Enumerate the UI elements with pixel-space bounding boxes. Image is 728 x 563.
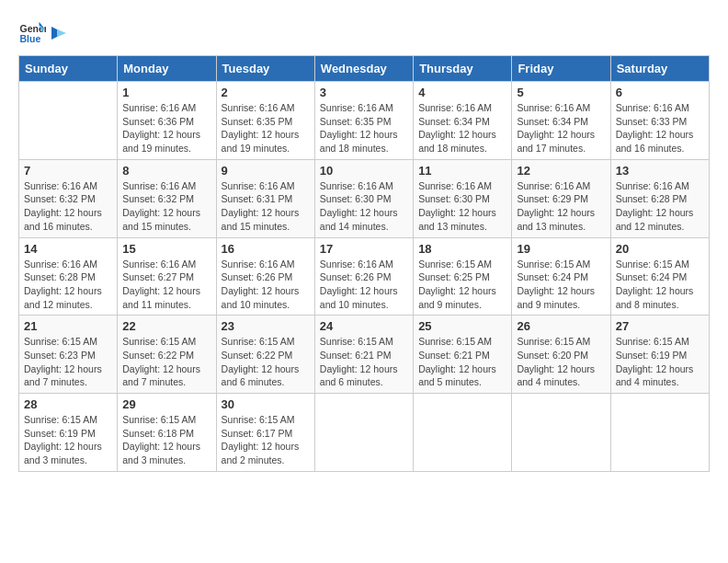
day-cell: 21Sunrise: 6:15 AM Sunset: 6:23 PM Dayli… bbox=[19, 316, 118, 394]
day-number: 24 bbox=[320, 319, 408, 333]
day-cell: 18Sunrise: 6:15 AM Sunset: 6:25 PM Dayli… bbox=[414, 237, 512, 316]
day-number: 7 bbox=[24, 164, 112, 178]
day-number: 18 bbox=[418, 242, 506, 256]
day-detail: Sunrise: 6:15 AM Sunset: 6:24 PM Dayligh… bbox=[517, 258, 605, 312]
day-number: 12 bbox=[517, 164, 605, 178]
day-number: 29 bbox=[122, 397, 210, 411]
header-cell-wednesday: Wednesday bbox=[314, 56, 413, 82]
day-number: 5 bbox=[517, 86, 605, 99]
day-number: 10 bbox=[320, 164, 408, 178]
svg-text:Blue: Blue bbox=[20, 33, 41, 44]
day-cell: 3Sunrise: 6:16 AM Sunset: 6:35 PM Daylig… bbox=[314, 82, 413, 160]
day-cell: 12Sunrise: 6:16 AM Sunset: 6:29 PM Dayli… bbox=[512, 159, 610, 237]
day-cell: 9Sunrise: 6:16 AM Sunset: 6:31 PM Daylig… bbox=[216, 159, 314, 237]
day-cell: 11Sunrise: 6:16 AM Sunset: 6:30 PM Dayli… bbox=[414, 159, 512, 237]
day-detail: Sunrise: 6:15 AM Sunset: 6:22 PM Dayligh… bbox=[122, 335, 210, 389]
week-row-3: 14Sunrise: 6:16 AM Sunset: 6:28 PM Dayli… bbox=[19, 237, 710, 316]
day-number: 27 bbox=[616, 319, 704, 333]
header-cell-monday: Monday bbox=[118, 56, 216, 82]
logo: General Blue bbox=[18, 18, 68, 46]
day-number: 30 bbox=[222, 397, 310, 411]
day-cell: 10Sunrise: 6:16 AM Sunset: 6:30 PM Dayli… bbox=[314, 159, 413, 237]
day-cell: 2Sunrise: 6:16 AM Sunset: 6:35 PM Daylig… bbox=[216, 82, 314, 160]
day-number: 21 bbox=[24, 319, 112, 333]
day-number: 6 bbox=[616, 86, 704, 99]
day-number: 11 bbox=[418, 164, 506, 178]
svg-marker-5 bbox=[57, 29, 66, 37]
day-cell: 23Sunrise: 6:15 AM Sunset: 6:22 PM Dayli… bbox=[216, 316, 314, 394]
day-detail: Sunrise: 6:16 AM Sunset: 6:27 PM Dayligh… bbox=[122, 258, 210, 312]
day-cell: 13Sunrise: 6:16 AM Sunset: 6:28 PM Dayli… bbox=[610, 159, 709, 237]
day-cell: 16Sunrise: 6:16 AM Sunset: 6:26 PM Dayli… bbox=[216, 237, 314, 316]
day-cell: 5Sunrise: 6:16 AM Sunset: 6:34 PM Daylig… bbox=[512, 82, 610, 160]
day-cell: 30Sunrise: 6:15 AM Sunset: 6:17 PM Dayli… bbox=[216, 394, 314, 472]
day-cell: 28Sunrise: 6:15 AM Sunset: 6:19 PM Dayli… bbox=[19, 394, 118, 472]
day-number: 22 bbox=[122, 319, 210, 333]
day-detail: Sunrise: 6:16 AM Sunset: 6:34 PM Dayligh… bbox=[517, 101, 605, 155]
day-number: 14 bbox=[24, 242, 112, 256]
calendar-table: SundayMondayTuesdayWednesdayThursdayFrid… bbox=[18, 55, 710, 472]
day-detail: Sunrise: 6:15 AM Sunset: 6:21 PM Dayligh… bbox=[320, 335, 408, 389]
day-cell: 25Sunrise: 6:15 AM Sunset: 6:21 PM Dayli… bbox=[414, 316, 512, 394]
day-cell: 8Sunrise: 6:16 AM Sunset: 6:32 PM Daylig… bbox=[118, 159, 216, 237]
day-detail: Sunrise: 6:16 AM Sunset: 6:33 PM Dayligh… bbox=[616, 101, 704, 155]
header-cell-friday: Friday bbox=[512, 56, 610, 82]
day-number: 19 bbox=[517, 242, 605, 256]
day-number: 23 bbox=[222, 319, 310, 333]
day-detail: Sunrise: 6:16 AM Sunset: 6:36 PM Dayligh… bbox=[122, 101, 210, 155]
day-detail: Sunrise: 6:16 AM Sunset: 6:32 PM Dayligh… bbox=[24, 179, 112, 234]
day-detail: Sunrise: 6:16 AM Sunset: 6:32 PM Dayligh… bbox=[122, 179, 210, 234]
calendar-body: 1Sunrise: 6:16 AM Sunset: 6:36 PM Daylig… bbox=[19, 82, 710, 472]
day-cell: 15Sunrise: 6:16 AM Sunset: 6:27 PM Dayli… bbox=[118, 237, 216, 316]
day-detail: Sunrise: 6:16 AM Sunset: 6:26 PM Dayligh… bbox=[320, 258, 408, 312]
day-detail: Sunrise: 6:16 AM Sunset: 6:28 PM Dayligh… bbox=[24, 258, 112, 312]
day-cell: 1Sunrise: 6:16 AM Sunset: 6:36 PM Daylig… bbox=[118, 82, 216, 160]
day-number: 28 bbox=[24, 397, 112, 411]
day-cell bbox=[19, 82, 118, 160]
day-detail: Sunrise: 6:15 AM Sunset: 6:24 PM Dayligh… bbox=[616, 258, 704, 312]
day-number: 13 bbox=[616, 164, 704, 178]
day-cell: 27Sunrise: 6:15 AM Sunset: 6:19 PM Dayli… bbox=[610, 316, 709, 394]
day-cell: 14Sunrise: 6:16 AM Sunset: 6:28 PM Dayli… bbox=[19, 237, 118, 316]
week-row-1: 1Sunrise: 6:16 AM Sunset: 6:36 PM Daylig… bbox=[19, 82, 710, 160]
day-cell bbox=[512, 394, 610, 472]
logo-icon: General Blue bbox=[18, 18, 46, 46]
day-detail: Sunrise: 6:16 AM Sunset: 6:31 PM Dayligh… bbox=[222, 179, 310, 234]
day-detail: Sunrise: 6:15 AM Sunset: 6:17 PM Dayligh… bbox=[222, 413, 310, 467]
day-cell: 22Sunrise: 6:15 AM Sunset: 6:22 PM Dayli… bbox=[118, 316, 216, 394]
day-cell: 6Sunrise: 6:16 AM Sunset: 6:33 PM Daylig… bbox=[610, 82, 709, 160]
day-detail: Sunrise: 6:16 AM Sunset: 6:35 PM Dayligh… bbox=[320, 101, 408, 155]
day-detail: Sunrise: 6:15 AM Sunset: 6:25 PM Dayligh… bbox=[418, 258, 506, 312]
day-number: 26 bbox=[517, 319, 605, 333]
page-header: General Blue bbox=[18, 18, 710, 46]
day-detail: Sunrise: 6:16 AM Sunset: 6:26 PM Dayligh… bbox=[222, 258, 310, 312]
day-cell: 4Sunrise: 6:16 AM Sunset: 6:34 PM Daylig… bbox=[414, 82, 512, 160]
day-detail: Sunrise: 6:15 AM Sunset: 6:19 PM Dayligh… bbox=[616, 335, 704, 389]
day-number: 2 bbox=[222, 86, 310, 99]
header-cell-tuesday: Tuesday bbox=[216, 56, 314, 82]
logo-arrow-icon bbox=[51, 27, 68, 40]
week-row-2: 7Sunrise: 6:16 AM Sunset: 6:32 PM Daylig… bbox=[19, 159, 710, 237]
day-number: 4 bbox=[418, 86, 506, 99]
day-detail: Sunrise: 6:16 AM Sunset: 6:28 PM Dayligh… bbox=[616, 179, 704, 234]
day-cell: 26Sunrise: 6:15 AM Sunset: 6:20 PM Dayli… bbox=[512, 316, 610, 394]
day-cell: 24Sunrise: 6:15 AM Sunset: 6:21 PM Dayli… bbox=[314, 316, 413, 394]
day-cell: 20Sunrise: 6:15 AM Sunset: 6:24 PM Dayli… bbox=[610, 237, 709, 316]
header-cell-thursday: Thursday bbox=[414, 56, 512, 82]
day-detail: Sunrise: 6:16 AM Sunset: 6:34 PM Dayligh… bbox=[418, 101, 506, 155]
header-cell-saturday: Saturday bbox=[610, 56, 709, 82]
day-number: 25 bbox=[418, 319, 506, 333]
day-number: 1 bbox=[122, 86, 210, 99]
day-number: 20 bbox=[616, 242, 704, 256]
day-number: 9 bbox=[222, 164, 310, 178]
day-detail: Sunrise: 6:15 AM Sunset: 6:20 PM Dayligh… bbox=[517, 335, 605, 389]
day-detail: Sunrise: 6:15 AM Sunset: 6:23 PM Dayligh… bbox=[24, 335, 112, 389]
header-row: SundayMondayTuesdayWednesdayThursdayFrid… bbox=[19, 56, 710, 82]
day-detail: Sunrise: 6:15 AM Sunset: 6:21 PM Dayligh… bbox=[418, 335, 506, 389]
calendar-header: SundayMondayTuesdayWednesdayThursdayFrid… bbox=[19, 56, 710, 82]
day-detail: Sunrise: 6:16 AM Sunset: 6:35 PM Dayligh… bbox=[222, 101, 310, 155]
day-cell: 19Sunrise: 6:15 AM Sunset: 6:24 PM Dayli… bbox=[512, 237, 610, 316]
day-number: 8 bbox=[122, 164, 210, 178]
day-detail: Sunrise: 6:15 AM Sunset: 6:19 PM Dayligh… bbox=[24, 413, 112, 467]
day-cell: 7Sunrise: 6:16 AM Sunset: 6:32 PM Daylig… bbox=[19, 159, 118, 237]
